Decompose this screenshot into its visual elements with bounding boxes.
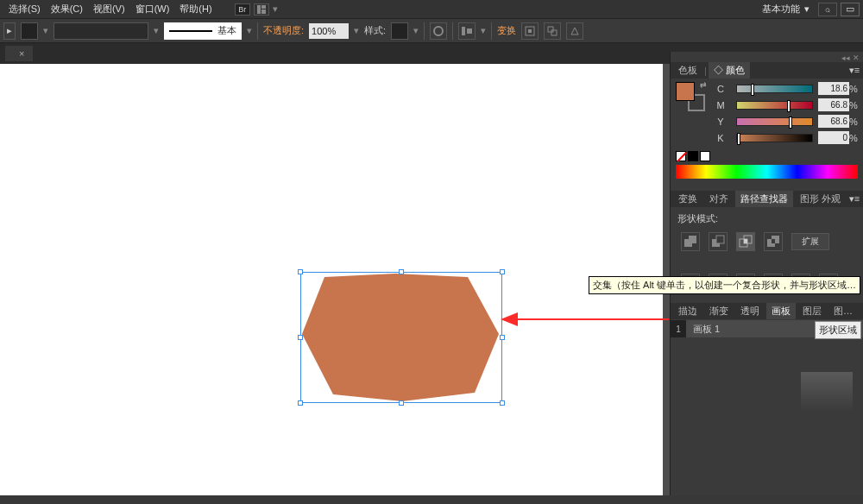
svg-rect-2 — [261, 9, 266, 14]
pct-label: % — [849, 84, 858, 94]
shape-area-flyout: 形状区域 — [815, 321, 861, 339]
selection-handle[interactable] — [399, 269, 404, 274]
minus-front-icon[interactable] — [709, 232, 728, 251]
transform-tab[interactable]: 变换 — [673, 191, 702, 207]
document-tab[interactable]: × — [5, 46, 33, 61]
align-button[interactable] — [458, 22, 476, 40]
menu-effect[interactable]: 效果(C) — [46, 3, 88, 16]
selection-handle[interactable] — [500, 269, 505, 274]
menubar: 选择(S) 效果(C) 视图(V) 窗口(W) 帮助(H) Br ▾ 基本功能 … — [0, 0, 863, 19]
black-value[interactable]: 0 — [818, 131, 849, 144]
options-bar: ▸ ▾ ▾ 基本 ▾ 不透明度: 100% ▾ 样式: ▾ ▾ 变换 — [0, 19, 863, 43]
edit-contents-icon[interactable] — [566, 22, 583, 40]
stroke-style-label: 基本 — [217, 24, 236, 37]
svg-rect-19 — [744, 239, 747, 243]
intersect-icon[interactable] — [736, 232, 755, 251]
artboards-tab[interactable]: 画板 — [766, 303, 796, 319]
color-tab[interactable]: ◇ 颜色 — [709, 62, 750, 79]
flyout-icon[interactable]: ▸ — [3, 22, 16, 40]
panel-collapse-icons: ◂◂ ✕ — [841, 54, 861, 62]
svg-rect-0 — [257, 5, 261, 14]
cyan-slider[interactable] — [736, 85, 813, 93]
panel-menu-icon[interactable]: ▾≡ — [848, 193, 860, 205]
selection-handle[interactable] — [298, 269, 303, 274]
pathfinder-tab[interactable]: 路径查找器 — [735, 191, 793, 207]
none-swatch-icon[interactable] — [676, 151, 686, 161]
collapse-left-icon[interactable]: ◂◂ — [841, 54, 850, 62]
align-tab[interactable]: 对齐 — [704, 191, 734, 207]
pct-label: % — [849, 117, 858, 127]
layers-tab[interactable]: 图层 — [797, 303, 827, 319]
magenta-slider[interactable] — [736, 101, 813, 110]
isolate-icon[interactable] — [521, 22, 539, 40]
yellow-slider[interactable] — [736, 117, 813, 126]
transparency-tab[interactable]: 透明 — [735, 303, 765, 319]
magenta-value[interactable]: 66.8 — [818, 98, 849, 111]
svg-rect-5 — [467, 28, 472, 34]
selection-handle[interactable] — [500, 335, 505, 340]
graphic-style-swatch[interactable] — [391, 22, 408, 40]
artboard-canvas[interactable] — [0, 64, 663, 501]
arrange-docs-button[interactable] — [254, 3, 269, 16]
bridge-button[interactable]: Br — [235, 3, 250, 16]
selection-handle[interactable] — [298, 335, 303, 340]
black-slider[interactable] — [736, 134, 813, 142]
yellow-value[interactable]: 68.6 — [818, 115, 849, 128]
stroke-tab[interactable]: 描边 — [673, 303, 702, 319]
lower-panel-tabs: 描边 渐变 透明 画板 图层 图… — [671, 303, 863, 319]
opacity-input[interactable]: 100% — [309, 23, 349, 39]
expand-button[interactable]: 扩展 — [791, 233, 829, 250]
selection-handle[interactable] — [298, 400, 303, 406]
gradient-tab[interactable]: 渐变 — [704, 303, 734, 319]
workspace-switcher[interactable]: 基本功能 ▾ — [757, 3, 815, 16]
transform-link[interactable]: 变换 — [497, 24, 516, 37]
artboards-panel-body: 1 画板 1 ▢ — [671, 320, 863, 450]
menu-select[interactable]: 选择(S) — [3, 3, 46, 16]
tab-close-icon[interactable]: × — [19, 48, 24, 59]
window-control-icon[interactable]: ▭ — [841, 3, 860, 16]
svg-point-3 — [434, 27, 443, 35]
align-icon — [461, 25, 473, 37]
fill-stroke-toggle[interactable]: ⇄ — [676, 82, 705, 111]
menu-help[interactable]: 帮助(H) — [174, 3, 217, 16]
contents-svg-icon — [569, 25, 581, 37]
svg-rect-8 — [548, 27, 553, 32]
appearance-tab[interactable]: 图形 外观 — [795, 191, 846, 207]
svg-rect-9 — [551, 30, 557, 35]
fill-swatch[interactable] — [21, 22, 38, 40]
color-wheel-icon — [432, 25, 444, 37]
more-tab[interactable]: 图… — [828, 303, 858, 319]
style-label: 样式: — [364, 24, 386, 37]
yellow-label: Y — [710, 117, 731, 127]
stroke-style-preview[interactable]: 基本 — [164, 22, 242, 40]
clip-svg-icon — [546, 25, 558, 37]
exclude-icon[interactable] — [764, 232, 783, 251]
menu-view[interactable]: 视图(V) — [88, 3, 130, 16]
edit-clip-icon[interactable] — [544, 22, 561, 40]
unite-icon[interactable] — [681, 232, 700, 251]
cyan-value[interactable]: 18.6 — [818, 82, 849, 95]
workspace-label: 基本功能 — [762, 3, 800, 14]
recolor-icon[interactable] — [430, 22, 447, 40]
search-toggle-icon[interactable]: ⌕ — [818, 3, 837, 16]
arrange-docs-icon — [257, 5, 266, 14]
black-swatch[interactable] — [688, 151, 698, 161]
isolate-svg-icon — [524, 25, 536, 37]
white-swatch[interactable] — [700, 151, 710, 161]
menu-window[interactable]: 窗口(W) — [130, 3, 175, 16]
pct-label: % — [849, 133, 858, 143]
spectrum-bar[interactable] — [676, 165, 858, 179]
swatches-tab[interactable]: 色板 — [673, 62, 702, 79]
annotation-arrow — [501, 306, 669, 333]
close-panel-icon[interactable]: ✕ — [853, 54, 861, 62]
color-panel-body: ⇄ C 18.6 % M 66.8 % Y 68.6 — [671, 79, 863, 182]
black-label: K — [710, 133, 731, 143]
opacity-label: 不透明度: — [263, 24, 304, 37]
stroke-color-dropdown[interactable] — [54, 22, 148, 40]
color-tab-label: 颜色 — [726, 65, 745, 75]
selection-handle[interactable] — [500, 400, 505, 406]
panel-menu-icon[interactable]: ▾≡ — [848, 65, 860, 76]
svg-rect-22 — [772, 239, 775, 243]
svg-rect-4 — [462, 27, 465, 35]
selection-handle[interactable] — [399, 400, 404, 406]
